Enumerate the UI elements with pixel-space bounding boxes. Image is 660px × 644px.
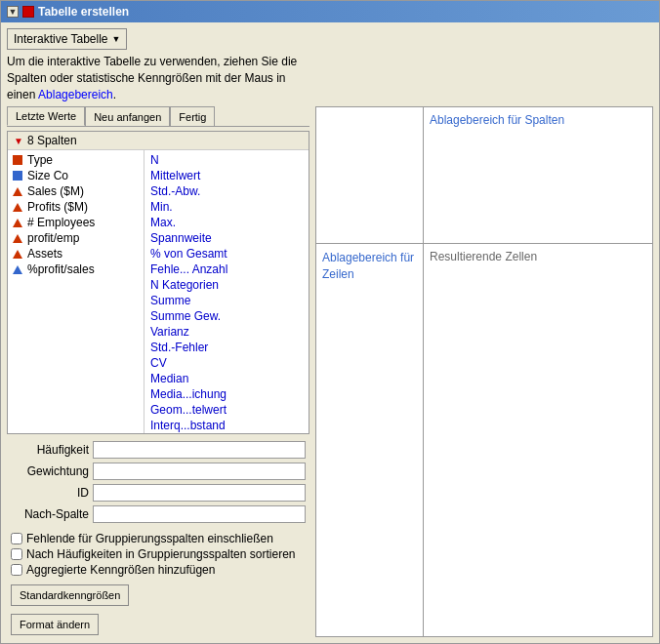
list-item[interactable]: Fehle... Anzahl [144,262,309,277]
list-item[interactable]: Sales ($M) [8,183,144,199]
sizeco-icon [12,170,23,181]
nach-spalte-label: Nach-Spalte [11,507,89,521]
drop-cells-label: Resultierende Zellen [430,250,537,263]
tabs-row: Letzte Werte Neu anfangen Fertig [7,106,309,127]
list-item[interactable]: Type [8,152,144,168]
list-item[interactable]: Geom...telwert [144,402,309,418]
assets-icon [12,248,23,260]
field-name: Type [27,153,53,167]
list-item[interactable]: Median [144,371,309,386]
checkbox-row-3: Aggregierte Kenngrößen hinzufügen [11,563,306,577]
list-item[interactable]: Std.-Fehler [144,340,309,355]
stats-list: N Mittelwert Std.-Abw. Min. Max. Spannwe… [144,150,309,433]
field-name: # Employees [27,216,95,229]
haufigkeiten-label: Nach Häufigkeiten in Gruppierungsspalten… [26,547,296,561]
window-body: Interaktive Tabelle ▼ Um die interaktive… [1,22,659,643]
haufigkeit-label: Häufigkeit [11,443,89,457]
standard-button[interactable]: Standardkenngrößen [11,584,129,606]
drop-top-left [316,107,424,243]
field-name: %profit/sales [27,262,95,276]
list-item[interactable]: profit/emp [8,230,144,246]
list-item[interactable]: Size Co [8,168,144,183]
haufigkeit-row: Häufigkeit [7,440,309,460]
checkbox-row-2: Nach Häufigkeiten in Gruppierungsspalten… [11,547,306,561]
sales-icon [12,185,23,197]
columns-content: Type Size Co [8,150,309,433]
action-buttons-2: Format ändern [7,612,309,637]
table-type-dropdown[interactable]: Interaktive Tabelle ▼ [7,28,127,50]
tab-done[interactable]: Fertig [170,106,215,126]
list-item[interactable]: Profits ($M) [8,199,144,215]
action-buttons: Standardkenngrößen [7,583,309,608]
list-item[interactable]: Media...ichung [144,386,309,402]
field-name: profit/emp [27,231,79,245]
id-row: ID [7,483,309,503]
list-item[interactable]: Summe [144,293,309,308]
haufigkeit-input[interactable] [93,441,306,459]
list-item[interactable]: Std.-Abw. [144,183,309,199]
gewichtung-label: Gewichtung [11,464,89,478]
description-text: Um die interaktive Tabelle zu verwenden,… [7,54,309,102]
list-item[interactable]: Max. [144,215,309,230]
drop-rows-label: Ablagebereich für Zeilen [322,250,417,283]
title-bar: ▼ Tabelle erstellen [1,1,659,22]
window-title: Tabelle erstellen [38,5,129,19]
drop-columns-label: Ablagebereich für Spalten [430,113,564,127]
columns-panel: ▼ 8 Spalten Type [7,131,309,434]
drop-columns-zone[interactable]: Ablagebereich für Spalten [424,107,652,243]
list-item[interactable]: N [144,152,309,168]
format-button[interactable]: Format ändern [11,614,99,635]
haufigkeiten-checkbox[interactable] [11,548,22,560]
list-item[interactable]: Assets [8,246,144,262]
type-icon [12,154,23,166]
field-list: Type Size Co [8,150,144,433]
list-item[interactable]: Spannweite [144,230,309,246]
aggregierte-checkbox[interactable] [11,564,22,576]
list-item[interactable]: N Kategorien [144,277,309,293]
drop-rows-zone[interactable]: Ablagebereich für Zeilen [316,244,424,636]
list-item[interactable]: Min. [144,199,309,215]
list-item[interactable]: Varianz [144,324,309,340]
list-item[interactable]: % von Gesamt [144,246,309,262]
checkbox-row-1: Fehlende für Gruppierungsspalten einschl… [11,532,306,545]
gewichtung-input[interactable] [93,463,306,480]
list-item[interactable]: %profit/sales [8,262,144,277]
gewichtung-row: Gewichtung [7,462,309,481]
left-panel: Letzte Werte Neu anfangen Fertig ▼ 8 Spa… [7,106,309,637]
nach-spalte-input[interactable] [93,505,306,523]
profitemp-icon [12,232,23,244]
properties-section: Häufigkeit Gewichtung ID Nach-Spalte [7,438,309,526]
tab-new-start[interactable]: Neu anfangen [85,106,170,126]
nach-spalte-row: Nach-Spalte [7,504,309,524]
aggregierte-label: Aggregierte Kenngrößen hinzufügen [26,563,215,577]
dropdown-arrow-icon: ▼ [112,34,121,44]
profits-icon [12,201,23,213]
main-content: Letzte Werte Neu anfangen Fertig ▼ 8 Spa… [7,106,653,637]
employees-icon [12,217,23,228]
id-input[interactable] [93,484,306,502]
drop-top: Ablagebereich für Spalten [316,107,652,244]
profitsales-icon [12,263,23,275]
window-icon [22,6,34,18]
dropdown-row: Interaktive Tabelle ▼ [7,28,653,50]
id-label: ID [11,486,89,500]
fehlende-label: Fehlende für Gruppierungsspalten einschl… [26,532,273,545]
list-item[interactable]: CV [144,355,309,371]
columns-count: 8 Spalten [27,134,77,147]
tab-last-values[interactable]: Letzte Werte [7,106,85,126]
field-name: Assets [27,247,62,261]
list-item[interactable]: Summe Gew. [144,308,309,324]
table-type-label: Interaktive Tabelle [14,32,108,46]
list-item[interactable]: Mittelwert [144,168,309,183]
ablagebereich-link[interactable]: Ablagebereich [38,88,113,101]
expand-icon: ▼ [14,136,23,146]
list-item[interactable]: # Employees [8,215,144,230]
fehlende-checkbox[interactable] [11,533,22,544]
right-panel: Ablagebereich für Spalten Ablagebereich … [315,106,653,637]
main-window: ▼ Tabelle erstellen Interaktive Tabelle … [0,0,660,644]
collapse-button[interactable]: ▼ [7,6,19,18]
list-item[interactable]: Interq...bstand [144,418,309,433]
field-name: Profits ($M) [27,200,88,214]
columns-header: ▼ 8 Spalten [8,132,309,150]
drop-cells-zone[interactable]: Resultierende Zellen [424,244,652,636]
